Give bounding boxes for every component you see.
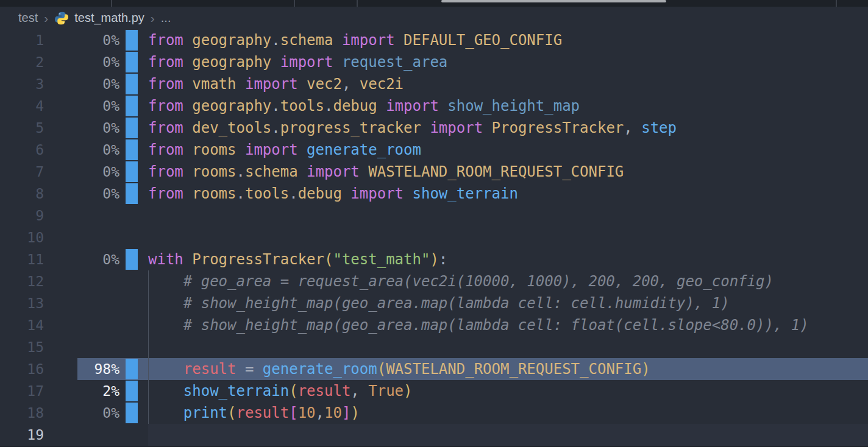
token-mod: geography [183, 32, 272, 49]
tab-separator [111, 0, 112, 7]
code-text[interactable]: # show_height_map(geo_area.map(lambda ce… [138, 292, 868, 314]
line-number[interactable]: 9 [0, 208, 44, 224]
code-line[interactable]: 80%from rooms.tools.debug import show_te… [0, 183, 868, 205]
code-line[interactable]: 30%from vmath import vec2, vec2i [0, 73, 868, 95]
code-text[interactable]: from vmath import vec2, vec2i [138, 73, 868, 95]
line-number[interactable]: 13 [0, 295, 44, 311]
line-number[interactable]: 17 [0, 383, 44, 399]
line-number[interactable]: 3 [0, 76, 44, 92]
code-text[interactable]: with ProgressTracker("test_math"): [138, 248, 868, 270]
line-number[interactable]: 14 [0, 317, 44, 333]
line-number[interactable]: 16 [0, 361, 44, 377]
code-line[interactable]: 1698% result = generate_room(WASTELAND_R… [0, 358, 868, 380]
code-text[interactable]: from geography.tools.debug import show_h… [138, 95, 868, 117]
code-line[interactable]: 20%from geography import request_area [0, 51, 868, 73]
gutter [126, 227, 138, 248]
code-line[interactable]: 9 [0, 205, 868, 227]
gutter [126, 248, 138, 270]
token-kw: import [342, 185, 404, 202]
scrollbar-thumb[interactable] [441, 0, 666, 2]
token-mod: rooms [183, 141, 237, 158]
token-mod: ProgressTracker [483, 119, 624, 136]
line-number[interactable]: 12 [0, 273, 44, 289]
gutter [126, 358, 138, 380]
token-br1: ( [377, 361, 386, 378]
line-number[interactable]: 2 [0, 54, 44, 70]
code-line[interactable]: 10%from geography.schema import DEFAULT_… [0, 29, 868, 51]
code-line[interactable]: 60%from rooms import generate_room [0, 139, 868, 161]
token-mod: dev_tools [183, 119, 272, 136]
gutter [126, 183, 138, 205]
profile-percentage: 2% [44, 383, 119, 399]
token-pun: , [350, 382, 368, 399]
line-number[interactable]: 4 [0, 98, 44, 114]
code-line[interactable]: 70%from rooms.schema import WASTELAND_RO… [0, 161, 868, 183]
code-text[interactable] [138, 227, 868, 248]
code-line[interactable]: 14 # show_height_map(geo_area.map(lambda… [0, 314, 868, 336]
code-line[interactable]: 110%with ProgressTracker("test_math"): [0, 248, 868, 270]
gutter [126, 402, 138, 424]
code-text[interactable]: from dev_tools.progress_tracker import P… [138, 117, 868, 139]
token-br1: ) [641, 361, 650, 378]
code-text[interactable]: from rooms.tools.debug import show_terra… [138, 183, 868, 205]
code-text[interactable] [138, 336, 868, 358]
token-mod: geography [183, 54, 272, 71]
code-line[interactable]: 12 # geo_area = request_area(vec2i(10000… [0, 270, 868, 292]
code-line[interactable]: 50%from dev_tools.progress_tracker impor… [0, 117, 868, 139]
token-fn: print [148, 404, 227, 421]
token-br2: ] [342, 404, 350, 421]
breadcrumb-file[interactable]: test_math.py [74, 11, 144, 25]
chevron-right-icon: › [43, 11, 49, 26]
breadcrumb-folder[interactable]: test [18, 11, 38, 25]
line-number[interactable]: 5 [0, 120, 44, 136]
line-number[interactable]: 1 [0, 32, 44, 48]
token-str: "test_math" [333, 251, 430, 268]
gutter [126, 270, 138, 292]
code-line[interactable]: 19 [0, 424, 868, 446]
gutter [126, 314, 138, 336]
token-kw: import [421, 119, 483, 136]
line-number[interactable]: 18 [0, 405, 44, 421]
code-text[interactable]: # show_height_map(geo_area.map(lambda ce… [138, 314, 868, 336]
code-text[interactable] [138, 205, 868, 227]
token-mod: debug [333, 97, 377, 114]
code-text[interactable]: # geo_area = request_area(vec2i(10000, 1… [138, 270, 868, 292]
profile-percentage: 0% [44, 120, 119, 136]
token-kw: import [298, 163, 360, 180]
line-number[interactable]: 6 [0, 142, 44, 158]
code-line[interactable]: 40%from geography.tools.debug import sho… [0, 95, 868, 117]
code-text[interactable]: show_terrain(result, True) [138, 380, 868, 402]
code-line[interactable]: 15 [0, 336, 868, 358]
line-number[interactable]: 7 [0, 164, 44, 180]
line-number[interactable]: 15 [0, 339, 44, 355]
code-line[interactable]: 10 [0, 227, 868, 248]
line-number[interactable]: 11 [0, 252, 44, 267]
code-text[interactable]: result = generate_room(WASTELAND_ROOM_RE… [138, 358, 868, 380]
line-number[interactable]: 10 [0, 230, 44, 245]
code-line[interactable]: 172% show_terrain(result, True) [0, 380, 868, 402]
token-fnm: show_height_map [439, 97, 580, 114]
token-br1: ( [227, 404, 236, 421]
code-text[interactable] [138, 424, 868, 446]
token-fn: show_terrain [148, 382, 289, 399]
token-pun: . [271, 119, 280, 136]
code-text[interactable]: from rooms.schema import WASTELAND_ROOM_… [138, 161, 868, 183]
breadcrumb-more[interactable]: ... [161, 11, 171, 25]
line-number[interactable]: 8 [0, 186, 44, 202]
code-line[interactable]: 13 # show_height_map(geo_area.map(lambda… [0, 292, 868, 314]
token-num: True [368, 382, 404, 399]
gutter [126, 205, 138, 227]
token-pun: . [271, 32, 280, 49]
code-text[interactable]: from geography.schema import DEFAULT_GEO… [138, 29, 868, 51]
line-number[interactable]: 19 [0, 427, 44, 443]
code-text[interactable]: print(result[10,10]) [138, 402, 868, 424]
tab-separator [294, 0, 295, 7]
code-text[interactable]: from geography import request_area [138, 51, 868, 73]
token-kw: from [148, 97, 183, 114]
code-text[interactable]: from rooms import generate_room [138, 139, 868, 161]
token-mod: schema [245, 163, 298, 180]
token-mod: schema [280, 32, 333, 49]
code-rows: 10%from geography.schema import DEFAULT_… [0, 29, 868, 446]
code-line[interactable]: 180% print(result[10,10]) [0, 402, 868, 424]
token-mod: WASTELAND_ROOM_REQUEST_CONFIG [360, 163, 624, 180]
